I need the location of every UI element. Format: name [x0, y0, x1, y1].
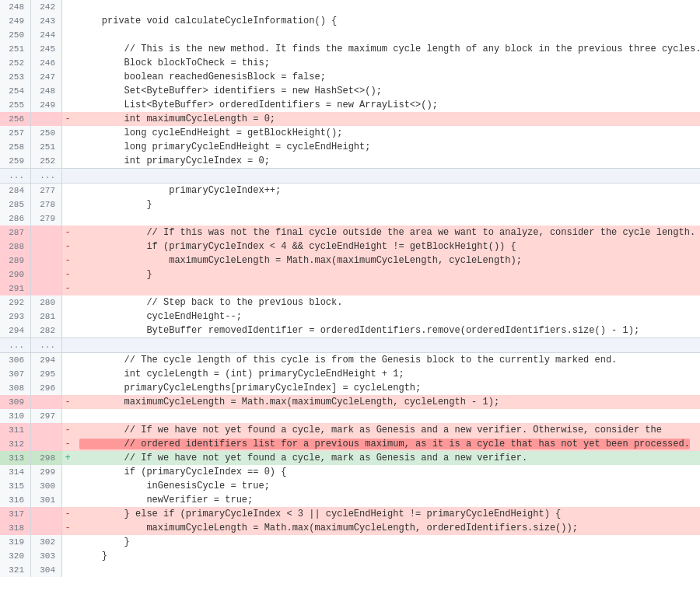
code-content: cycleEndHeight--; [73, 309, 700, 323]
diff-marker [62, 367, 73, 381]
code-content: int primaryCycleIndex = 0; [73, 154, 700, 168]
code-line: 294282 ByteBuffer removedIdentifier = or… [0, 323, 700, 337]
code-content: } [73, 549, 700, 563]
line-num-old: 313 [0, 451, 31, 465]
line-num-new: 242 [31, 0, 62, 14]
diff-marker: - [62, 423, 73, 437]
line-num-old: 291 [0, 282, 31, 296]
diff-marker [62, 296, 73, 309]
diff-marker: - [62, 226, 73, 240]
line-num-new: 281 [31, 309, 62, 323]
code-content: } [73, 535, 700, 549]
line-num-new: 277 [31, 184, 62, 198]
code-line: 285278 } [0, 198, 700, 212]
code-content: // ordered identifiers list for a previo… [73, 437, 700, 451]
code-content: long primaryCycleEndHeight = cycleEndHei… [73, 140, 700, 154]
code-line: 251245 // This is the new method. It fin… [0, 42, 700, 56]
code-content [73, 169, 700, 183]
line-num-old: 286 [0, 212, 31, 226]
diff-marker: - [62, 254, 73, 268]
line-num-new [31, 507, 62, 521]
code-line: 256- int maximumCycleLength = 0; [0, 112, 700, 126]
line-num-old: 306 [0, 353, 31, 367]
code-content: // The cycle length of this cycle is fro… [73, 353, 700, 367]
line-num-new: 248 [31, 84, 62, 98]
line-num-old: 307 [0, 367, 31, 381]
line-num-old: 255 [0, 98, 31, 112]
line-num-new: 244 [31, 28, 62, 42]
code-line: 309- maximumCycleLength = Math.max(maxim… [0, 395, 700, 409]
code-content: Set<ByteBuffer> identifiers = new HashSe… [73, 84, 700, 98]
code-line: 248242 [0, 0, 700, 14]
line-num-new [31, 254, 62, 268]
line-num-old: 249 [0, 14, 31, 28]
code-content: // If this was not the final cycle outsi… [73, 226, 700, 240]
line-num-old: 292 [0, 296, 31, 309]
line-num-old: 312 [0, 437, 31, 451]
code-line: 258251 long primaryCycleEndHeight = cycl… [0, 140, 700, 154]
code-line: 319302 } [0, 535, 700, 549]
line-num-old: 309 [0, 395, 31, 409]
line-num-new [31, 395, 62, 409]
diff-marker [62, 98, 73, 112]
line-num-new: 282 [31, 323, 62, 337]
line-num-old: 253 [0, 70, 31, 84]
diff-marker [62, 42, 73, 56]
code-line: 307295 int cycleLength = (int) primaryCy… [0, 367, 700, 381]
line-num-new: 298 [31, 451, 62, 465]
code-line: 288- if (primaryCycleIndex < 4 && cycleE… [0, 240, 700, 254]
line-num-new [31, 268, 62, 282]
code-line: 254248 Set<ByteBuffer> identifiers = new… [0, 84, 700, 98]
line-num-old: 321 [0, 563, 31, 577]
line-num-new: 301 [31, 493, 62, 507]
line-num-new: 296 [31, 381, 62, 395]
line-num-new [31, 282, 62, 296]
code-line: 321304 [0, 563, 700, 577]
diff-marker [62, 56, 73, 70]
code-line: 311- // If we have not yet found a cycle… [0, 423, 700, 437]
code-content: int cycleLength = (int) primaryCycleEndH… [73, 367, 700, 381]
code-line: 257250 long cycleEndHeight = getBlockHei… [0, 126, 700, 140]
code-content [73, 563, 700, 577]
line-num-old: 311 [0, 423, 31, 437]
code-line: 255249 List<ByteBuffer> orderedIdentifie… [0, 98, 700, 112]
line-num-new: 302 [31, 535, 62, 549]
line-num-old: 317 [0, 507, 31, 521]
line-num-new: 303 [31, 549, 62, 563]
code-content: long cycleEndHeight = getBlockHeight(); [73, 126, 700, 140]
line-num-new: 299 [31, 465, 62, 479]
diff-marker [62, 563, 73, 577]
code-content [73, 28, 700, 42]
diff-marker [62, 212, 73, 226]
code-content [73, 409, 700, 423]
line-num-old: 254 [0, 84, 31, 98]
line-num-new [31, 112, 62, 126]
line-num-new: 251 [31, 140, 62, 154]
line-num-new: 295 [31, 367, 62, 381]
code-line: 259252 int primaryCycleIndex = 0; [0, 154, 700, 168]
code-content: maximumCycleLength = Math.max(maximumCyc… [73, 521, 700, 535]
code-content: } else if (primaryCycleIndex < 3 || cycl… [73, 507, 700, 521]
line-num-new: 243 [31, 14, 62, 28]
diff-marker [62, 126, 73, 140]
diff-marker [62, 169, 73, 183]
code-line: 253247 boolean reachedGenesisBlock = fal… [0, 70, 700, 84]
line-num-old: 252 [0, 56, 31, 70]
code-content: maximumCycleLength = Math.max(maximumCyc… [73, 395, 700, 409]
line-num-new [31, 423, 62, 437]
diff-marker [62, 409, 73, 423]
code-line: 293281 cycleEndHeight--; [0, 309, 700, 323]
line-num-old: 318 [0, 521, 31, 535]
code-content: private void calculateCycleInformation()… [73, 14, 700, 28]
code-content: // This is the new method. It finds the … [73, 42, 700, 56]
diff-marker [62, 381, 73, 395]
line-num-old: 248 [0, 0, 31, 14]
diff-marker: - [62, 395, 73, 409]
line-num-new [31, 521, 62, 535]
code-line: ...... [0, 168, 700, 184]
code-content [73, 338, 700, 352]
line-num-old: 289 [0, 254, 31, 268]
line-num-old: 294 [0, 323, 31, 337]
diff-marker [62, 549, 73, 563]
diff-marker [62, 140, 73, 154]
